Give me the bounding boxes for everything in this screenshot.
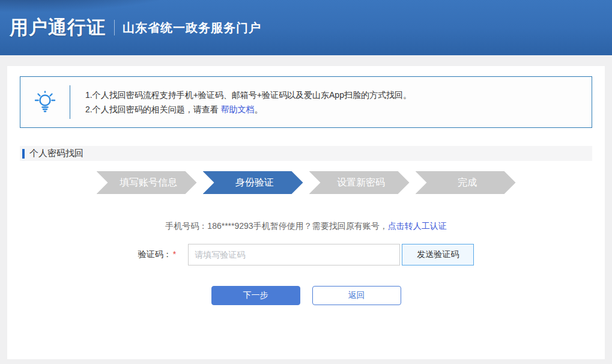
next-button[interactable]: 下一步 bbox=[211, 286, 300, 305]
header: 用户通行证 山东省统一政务服务门户 bbox=[0, 0, 612, 55]
notice-line-2-suffix: 。 bbox=[255, 105, 263, 114]
content-card: 1.个人找回密码流程支持手机+验证码、邮箱号+验证码以及爱山东App扫脸的方式找… bbox=[7, 66, 605, 359]
section-title-bar: 个人密码找回 bbox=[20, 146, 592, 161]
captcha-input[interactable] bbox=[188, 244, 400, 265]
step-set-new-password: 设置新密码 bbox=[309, 171, 410, 194]
captcha-label: 验证码：* bbox=[138, 249, 176, 260]
step-label: 设置新密码 bbox=[337, 177, 385, 187]
notice-box: 1.个人找回密码流程支持手机+验证码、邮箱号+验证码以及爱山东App扫脸的方式找… bbox=[20, 76, 592, 128]
back-button[interactable]: 返回 bbox=[312, 286, 401, 305]
captcha-label-text: 验证码： bbox=[138, 249, 172, 259]
site-title: 用户通行证 bbox=[10, 15, 106, 40]
notice-line-2: 2.个人找回密码的相关问题，请查看 帮助文档。 bbox=[85, 102, 411, 117]
notice-line-1: 1.个人找回密码流程支持手机+验证码、邮箱号+验证码以及爱山东App扫脸的方式找… bbox=[85, 88, 411, 102]
send-code-button[interactable]: 发送验证码 bbox=[402, 244, 474, 265]
step-label: 身份验证 bbox=[235, 177, 274, 187]
section-title: 个人密码找回 bbox=[29, 148, 83, 159]
lightbulb-icon bbox=[33, 90, 57, 114]
notice-text: 1.个人找回密码流程支持手机+验证码、邮箱号+验证码以及爱山东App扫脸的方式找… bbox=[70, 88, 411, 117]
step-complete: 完成 bbox=[416, 171, 516, 194]
title-accent-bar bbox=[22, 149, 25, 159]
site-subtitle: 山东省统一政务服务门户 bbox=[123, 20, 261, 36]
step-label: 填写账号信息 bbox=[120, 177, 177, 187]
phone-notice: 手机号码：186****9293手机暂停使用？需要找回原有账号，点击转人工认证 bbox=[7, 221, 605, 232]
phone-notice-text: 手机号码：186****9293手机暂停使用？需要找回原有账号， bbox=[165, 221, 387, 231]
step-label: 完成 bbox=[458, 177, 477, 187]
step-identity-verification: 身份验证 bbox=[203, 171, 303, 194]
required-mark: * bbox=[173, 249, 176, 259]
step-fill-account-info: 填写账号信息 bbox=[97, 171, 197, 194]
help-doc-link[interactable]: 帮助文档 bbox=[221, 105, 255, 114]
action-buttons: 下一步 返回 bbox=[7, 286, 605, 305]
notice-line-2-prefix: 2.个人找回密码的相关问题，请查看 bbox=[85, 105, 221, 114]
notice-icon-wrap bbox=[20, 90, 70, 114]
progress-steps: 填写账号信息 身份验证 设置新密码 完成 bbox=[7, 171, 605, 194]
captcha-row: 验证码：* 发送验证码 bbox=[7, 244, 605, 265]
manual-auth-link[interactable]: 点击转人工认证 bbox=[388, 221, 447, 231]
header-divider bbox=[114, 20, 115, 35]
